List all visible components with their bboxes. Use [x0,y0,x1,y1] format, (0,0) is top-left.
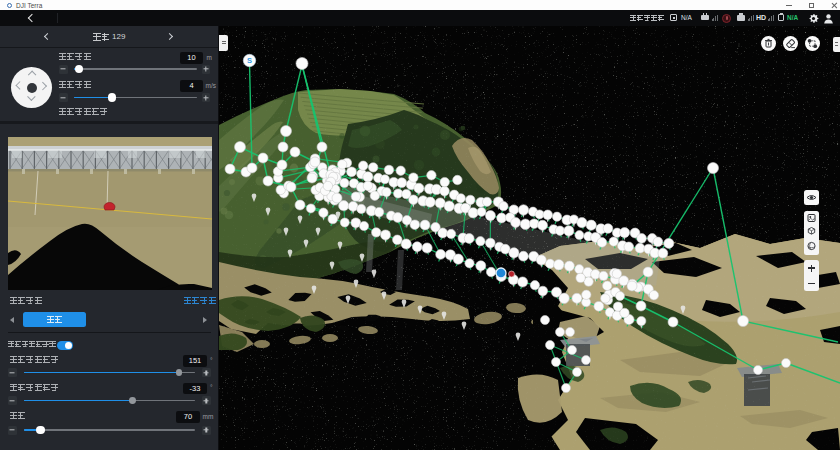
svg-text:S: S [247,56,252,65]
